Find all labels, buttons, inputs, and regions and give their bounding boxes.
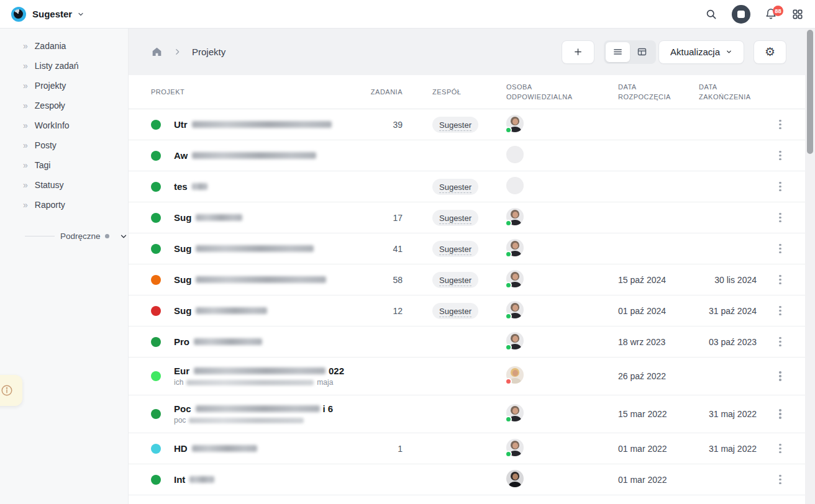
table-row[interactable]: tes Sugester bbox=[129, 171, 805, 202]
quick-access-chevron-down-icon[interactable] bbox=[119, 232, 128, 241]
row-menu-button[interactable] bbox=[774, 179, 786, 194]
column-header[interactable]: Data rozpoczęcia bbox=[618, 82, 699, 102]
owner-avatar[interactable] bbox=[506, 270, 524, 287]
sidebar-item-raporty[interactable]: » Raporty bbox=[0, 195, 128, 215]
project-subtitle: poc bbox=[174, 416, 333, 425]
column-header[interactable]: Projekt bbox=[151, 87, 365, 97]
project-cell: Eur022 ichmaja bbox=[151, 366, 365, 387]
projects-table: ProjektZadaniaZespółOsoba odpowiedzialna… bbox=[129, 75, 805, 504]
row-menu-button[interactable] bbox=[774, 148, 786, 163]
team-badge[interactable]: Sugester bbox=[432, 241, 478, 257]
update-dropdown-button[interactable]: Aktualizacja bbox=[658, 40, 744, 64]
owner-avatar[interactable] bbox=[506, 366, 524, 384]
redacted-text bbox=[192, 445, 257, 452]
team-badge[interactable]: Sugester bbox=[432, 117, 478, 133]
sidebar-item-tagi[interactable]: » Tagi bbox=[0, 155, 128, 175]
add-project-button[interactable] bbox=[562, 40, 594, 64]
quick-access-label[interactable]: Podręczne bbox=[60, 232, 101, 241]
sidebar-item-statusy[interactable]: » Statusy bbox=[0, 175, 128, 195]
project-name[interactable]: Utr bbox=[174, 119, 332, 130]
table-row[interactable]: Utr 39 Sugester bbox=[129, 109, 805, 140]
team-badge[interactable]: Sugester bbox=[432, 272, 478, 288]
owner-avatar[interactable] bbox=[506, 146, 524, 163]
table-body: Utr 39 Sugester Aw bbox=[129, 109, 805, 495]
project-name[interactable]: Int bbox=[174, 474, 214, 485]
project-name[interactable]: Sug bbox=[174, 305, 267, 316]
table-row[interactable]: Sug 41 Sugester bbox=[129, 233, 805, 264]
table-row[interactable]: HD 1 01 mar 2022 31 maj 2022 bbox=[129, 433, 805, 464]
owner-avatar[interactable] bbox=[506, 404, 524, 421]
project-name[interactable]: Eur022 bbox=[174, 366, 344, 376]
column-header[interactable]: Zespół bbox=[403, 87, 506, 97]
owner-avatar[interactable] bbox=[506, 332, 524, 349]
owner-avatar[interactable] bbox=[506, 115, 524, 132]
sidebar-item-workinfo[interactable]: » WorkInfo bbox=[0, 115, 128, 135]
double-chevron-icon: » bbox=[23, 42, 28, 50]
owner-avatar[interactable] bbox=[506, 177, 524, 194]
table-row[interactable]: Poci 6 poc 15 mar 2022 31 maj 2022 bbox=[129, 395, 805, 433]
row-menu-button[interactable] bbox=[774, 441, 786, 456]
settings-button[interactable]: ⚙ bbox=[754, 40, 786, 64]
project-name[interactable]: Poci 6 bbox=[174, 403, 333, 414]
table-row[interactable]: Sug 12 Sugester 01 paź 2024 31 paź 2024 bbox=[129, 295, 805, 326]
sidebar-item-zespo-y[interactable]: » Zespoły bbox=[0, 96, 128, 115]
home-icon[interactable] bbox=[151, 46, 163, 58]
project-name[interactable]: HD bbox=[174, 443, 257, 454]
project-name[interactable]: Sug bbox=[174, 274, 326, 285]
table-row[interactable]: Int 01 mar 2022 bbox=[129, 464, 805, 495]
project-cell: Sug bbox=[151, 243, 365, 254]
table-row[interactable]: Sug 17 Sugester bbox=[129, 202, 805, 233]
team-badge[interactable]: Sugester bbox=[432, 179, 478, 195]
page-title: Projekty bbox=[192, 47, 225, 57]
sidebar-item-zadania[interactable]: » Zadania bbox=[0, 36, 128, 56]
owner-avatar[interactable] bbox=[506, 239, 524, 256]
owner-avatar[interactable] bbox=[506, 208, 524, 225]
presence-status-dot bbox=[505, 416, 512, 423]
project-name[interactable]: Sug bbox=[174, 212, 242, 223]
row-menu-button[interactable] bbox=[774, 117, 786, 132]
row-menu-button[interactable] bbox=[774, 241, 786, 256]
workspace-chevron-down-icon[interactable] bbox=[77, 11, 84, 18]
scrollbar-track[interactable] bbox=[805, 29, 815, 504]
sidebar-item-projekty[interactable]: » Projekty bbox=[0, 76, 128, 96]
row-menu-button[interactable] bbox=[774, 304, 786, 318]
row-menu-button[interactable] bbox=[774, 407, 786, 421]
row-menu-button[interactable] bbox=[774, 369, 786, 384]
project-color-dot bbox=[151, 275, 161, 285]
sidebar-item-listy-zada-[interactable]: » Listy zadań bbox=[0, 56, 128, 76]
table-row[interactable]: Sug 58 Sugester 15 paź 2024 30 lis 2024 bbox=[129, 264, 805, 295]
list-view-button[interactable] bbox=[606, 42, 630, 62]
sugester-logo-icon bbox=[11, 7, 26, 22]
row-menu-button[interactable] bbox=[774, 272, 786, 287]
column-header[interactable]: Osoba odpowiedzialna bbox=[506, 82, 618, 102]
sidebar: » Zadania » Listy zadań » Projekty » Zes… bbox=[0, 29, 129, 504]
project-name[interactable]: tes bbox=[174, 181, 207, 192]
column-header[interactable]: Data zakończenia bbox=[699, 82, 769, 102]
column-header[interactable]: Zadania bbox=[365, 87, 403, 97]
project-name[interactable]: Pro bbox=[174, 336, 262, 347]
owner-avatar[interactable] bbox=[506, 439, 524, 456]
search-icon[interactable] bbox=[705, 8, 717, 20]
table-row[interactable]: Pro 18 wrz 2023 03 paź 2023 bbox=[129, 326, 805, 358]
row-menu-button[interactable] bbox=[774, 472, 786, 487]
table-row[interactable]: Eur022 ichmaja 26 paź 2022 bbox=[129, 358, 805, 395]
owner-avatar[interactable] bbox=[506, 470, 524, 487]
sidebar-item-posty[interactable]: » Posty bbox=[0, 135, 128, 155]
row-menu-button[interactable] bbox=[774, 210, 786, 225]
table-view-button[interactable] bbox=[630, 42, 654, 62]
team-badge[interactable]: Sugester bbox=[432, 210, 478, 226]
user-avatar[interactable] bbox=[732, 5, 750, 24]
info-button[interactable] bbox=[0, 375, 22, 406]
project-name[interactable]: Sug bbox=[174, 243, 314, 254]
owner-avatar[interactable] bbox=[506, 301, 524, 318]
table-view-icon bbox=[637, 47, 647, 57]
project-cell: Utr bbox=[151, 119, 365, 130]
redacted-text bbox=[192, 152, 316, 159]
table-row[interactable]: Aw bbox=[129, 140, 805, 171]
project-name[interactable]: Aw bbox=[174, 150, 316, 161]
apps-grid-icon[interactable] bbox=[791, 8, 804, 20]
notifications-button[interactable]: 88 bbox=[765, 8, 777, 20]
scrollbar-thumb[interactable] bbox=[807, 30, 813, 154]
row-menu-button[interactable] bbox=[774, 335, 786, 349]
team-badge[interactable]: Sugester bbox=[432, 303, 478, 319]
